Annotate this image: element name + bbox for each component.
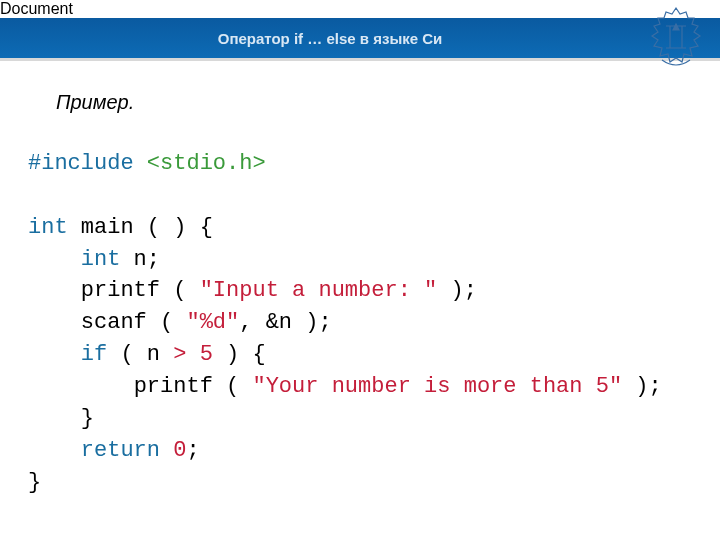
cond-pre: ( n xyxy=(107,342,173,367)
line-8: } xyxy=(28,406,94,431)
line-2: int main ( ) { xyxy=(28,215,213,240)
rest: , &n ); xyxy=(239,310,331,335)
code-block: #include <stdio.h> int main ( ) { int n;… xyxy=(28,116,692,531)
brace: } xyxy=(81,406,94,431)
indent xyxy=(28,247,81,272)
keyword-include: #include xyxy=(28,151,134,176)
line-10: } xyxy=(28,470,41,495)
keyword-if: if xyxy=(81,342,107,367)
brace: } xyxy=(28,470,41,495)
num-0: 0 xyxy=(173,438,186,463)
string-literal: "Your number is more than 5" xyxy=(252,374,622,399)
line-9: return 0; xyxy=(28,438,200,463)
line-7: printf ( "Your number is more than 5" ); xyxy=(28,374,662,399)
line-6: if ( n > 5 ) { xyxy=(28,342,266,367)
num-5: 5 xyxy=(200,342,213,367)
header-title: Оператор if … else в языке Си xyxy=(218,30,443,47)
keyword-int: int xyxy=(28,215,68,240)
header-name: stdio.h xyxy=(160,151,252,176)
call-printf: printf ( xyxy=(81,278,200,303)
indent xyxy=(28,278,81,303)
indent xyxy=(28,438,81,463)
line-1: #include <stdio.h> xyxy=(28,151,266,176)
cond-post: ) { xyxy=(213,342,266,367)
example-label: Пример. xyxy=(56,91,692,114)
indent xyxy=(28,310,81,335)
angle-lt: < xyxy=(147,151,160,176)
indent xyxy=(28,374,134,399)
emblem-icon xyxy=(642,4,710,74)
fn-main: main ( ) { xyxy=(68,215,213,240)
op-gt: > xyxy=(173,342,186,367)
line-5: scanf ( "%d", &n ); xyxy=(28,310,332,335)
semi: ; xyxy=(186,438,199,463)
string-literal: "Input a number: " xyxy=(200,278,438,303)
rest: ); xyxy=(622,374,662,399)
angle-gt: > xyxy=(252,151,265,176)
line-4: printf ( "Input a number: " ); xyxy=(28,278,477,303)
space xyxy=(160,438,173,463)
call-printf: printf ( xyxy=(134,374,253,399)
call-scanf: scanf ( xyxy=(81,310,187,335)
indent xyxy=(28,342,81,367)
keyword-return: return xyxy=(81,438,160,463)
keyword-int: int xyxy=(81,247,121,272)
var-decl: n; xyxy=(120,247,160,272)
space xyxy=(186,342,199,367)
line-3: int n; xyxy=(28,247,160,272)
content: Пример. #include <stdio.h> int main ( ) … xyxy=(0,61,720,531)
string-literal: "%d" xyxy=(186,310,239,335)
rest: ); xyxy=(437,278,477,303)
indent xyxy=(28,406,81,431)
slide-header: Оператор if … else в языке Си xyxy=(0,18,720,58)
